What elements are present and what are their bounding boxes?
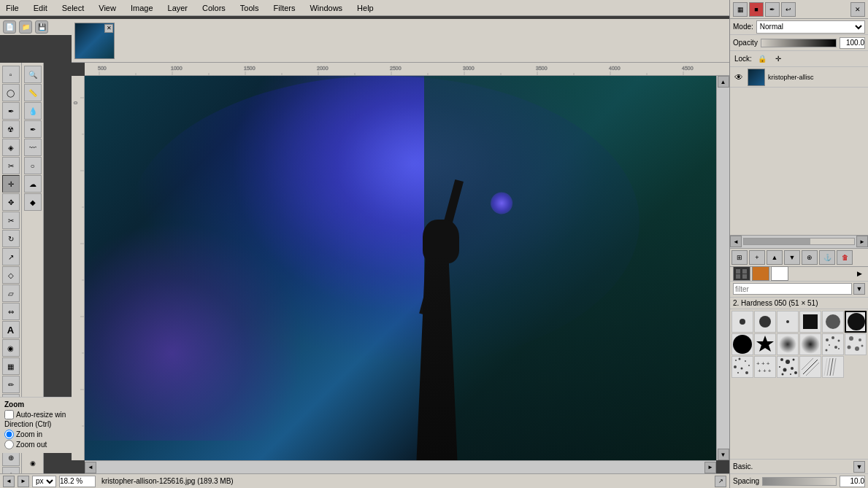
scroll-up-button[interactable]: ▲ (718, 76, 729, 88)
brush-item-dot-xs[interactable] (777, 311, 799, 333)
tool-blend[interactable]: ▦ (2, 357, 20, 375)
tool-rect-select[interactable]: ▫ (2, 66, 20, 83)
tool-align[interactable]: ✥ (2, 193, 20, 211)
lock-pixels-button[interactable]: 🔒 (756, 53, 768, 65)
rp-scroll-track[interactable] (743, 238, 855, 245)
brush-item-soft1[interactable] (777, 333, 799, 355)
lower-layer-button[interactable]: ▼ (784, 250, 800, 265)
rp-scroll-right[interactable]: ► (856, 236, 868, 247)
tool-fuzzy-select[interactable]: ☢ (2, 120, 20, 138)
brush-set-arrow[interactable]: ▼ (853, 461, 865, 473)
raise-layer-button[interactable]: ▲ (767, 250, 783, 265)
menu-colors[interactable]: Colors (199, 2, 228, 14)
opacity-bar[interactable] (761, 39, 837, 47)
brush-item-circle-selected[interactable] (845, 311, 867, 333)
opacity-input[interactable] (840, 37, 865, 49)
brush-swatch-gradient[interactable] (752, 266, 769, 281)
zoom-out-radio-row[interactable]: Zoom out (4, 440, 67, 449)
open-file-button[interactable]: 📁 (19, 20, 32, 34)
menu-windows[interactable]: Windows (307, 2, 345, 14)
lock-position-button[interactable]: ✛ (772, 53, 784, 65)
menu-help[interactable]: Help (354, 2, 377, 14)
tool-scissors[interactable]: ✂ (2, 157, 20, 174)
tool-perspective[interactable]: ▱ (2, 284, 20, 302)
rp-layer-row[interactable]: 👁 kristopher-allisc (730, 67, 868, 88)
horizontal-scrollbar[interactable]: ◄ ► (85, 460, 716, 473)
tool-paint-bucket[interactable]: ◉ (2, 339, 20, 357)
scroll-left-button[interactable]: ◄ (85, 462, 96, 473)
canvas-image[interactable] (85, 76, 716, 460)
zoom-input[interactable] (59, 476, 96, 487)
tool-pencil[interactable]: ✏ (2, 376, 20, 393)
tool-paths[interactable]: ✒ (24, 120, 42, 138)
quick-mask-button[interactable]: ◉ (26, 456, 40, 470)
brush-item-dot-sm[interactable] (731, 311, 753, 333)
auto-resize-checkbox[interactable] (4, 410, 14, 419)
rp-icon-undo[interactable]: ↩ (781, 2, 796, 17)
rp-icon-paths[interactable]: ✒ (765, 2, 780, 17)
brush-item-scatter4[interactable]: + + + + + + (754, 356, 776, 378)
rp-icon-channels[interactable]: ■ (749, 2, 764, 17)
brush-item-square[interactable] (799, 311, 821, 333)
rp-icon-layers[interactable]: ▦ (733, 2, 748, 17)
brush-item-scatter1[interactable] (822, 333, 844, 355)
tool-free-select[interactable]: ✒ (2, 102, 20, 120)
new-layer-group-button[interactable]: ⊞ (731, 250, 748, 265)
tool-flip[interactable]: ⇔ (2, 303, 20, 320)
brush-item-star[interactable] (754, 333, 776, 355)
menu-edit[interactable]: Edit (31, 2, 50, 14)
anchor-layer-button[interactable]: ⚓ (819, 250, 835, 265)
tool-sharpen[interactable]: ◆ (24, 193, 42, 211)
zoom-in-radio[interactable] (4, 430, 14, 439)
spacing-input[interactable] (840, 476, 865, 487)
new-layer-button[interactable]: + (749, 250, 765, 265)
brush-item-circle-sm[interactable] (822, 311, 844, 333)
brush-item-scatter3[interactable] (731, 356, 753, 378)
status-nav-right[interactable]: ► (18, 476, 29, 487)
zoom-out-radio[interactable] (4, 440, 14, 449)
brush-item-hair2[interactable] (822, 356, 844, 378)
tool-zoom[interactable]: 🔍 (24, 66, 42, 83)
brush-item-circle-lg[interactable] (731, 333, 753, 355)
tool-shear[interactable]: ◇ (2, 266, 20, 284)
rp-close-button[interactable]: ✕ (850, 2, 865, 17)
new-file-button[interactable]: 📄 (3, 20, 16, 34)
tool-ellipse-select[interactable]: ◯ (2, 84, 20, 101)
tool-crop[interactable]: ✂ (2, 212, 20, 229)
menu-select[interactable]: Select (59, 2, 88, 14)
brush-item-soft2[interactable] (799, 333, 821, 355)
brush-item-scatter2[interactable] (845, 333, 867, 355)
save-file-button[interactable]: 💾 (35, 20, 48, 34)
status-nav-left[interactable]: ◄ (3, 476, 15, 487)
brush-filter-input[interactable] (733, 283, 852, 295)
status-resize-icon[interactable]: ↗ (715, 476, 726, 487)
tool-rotate[interactable]: ↻ (2, 230, 20, 247)
brush-swatch-white[interactable] (771, 266, 788, 281)
mode-select[interactable]: Normal (756, 20, 865, 34)
layer-visibility-toggle[interactable]: 👁 (733, 71, 745, 83)
tool-move[interactable]: ✛ (2, 175, 20, 193)
tool-text[interactable]: A (2, 321, 20, 338)
brush-filter-arrow[interactable]: ▼ (853, 283, 865, 295)
tool-dodge[interactable]: ○ (24, 157, 42, 174)
unit-select[interactable]: px (32, 476, 56, 487)
zoom-in-radio-row[interactable]: Zoom in (4, 430, 67, 439)
brush-item-dot-md[interactable] (754, 311, 776, 333)
thumb-close-button[interactable]: ✕ (104, 24, 113, 33)
brush-item-hair1[interactable] (799, 356, 821, 378)
vertical-scrollbar[interactable]: ▲ ▼ (716, 76, 729, 460)
menu-file[interactable]: File (3, 2, 22, 14)
tool-color-picker[interactable]: 💧 (24, 102, 42, 120)
tool-scale[interactable]: ↗ (2, 248, 20, 266)
tool-color-select[interactable]: ◈ (2, 139, 20, 156)
menu-image[interactable]: Image (128, 2, 156, 14)
menu-layer[interactable]: Layer (165, 2, 191, 14)
rp-scroll-left[interactable]: ◄ (730, 236, 742, 247)
brush-swatch-pattern[interactable] (733, 266, 750, 281)
thumbnail-item[interactable]: ✕ (74, 23, 115, 59)
spacing-bar[interactable] (762, 477, 837, 486)
scroll-right-button[interactable]: ► (704, 462, 716, 473)
tool-measure[interactable]: 📏 (24, 84, 42, 101)
tool-warp[interactable]: 〰 (24, 139, 42, 156)
menu-tools[interactable]: Tools (237, 2, 262, 14)
